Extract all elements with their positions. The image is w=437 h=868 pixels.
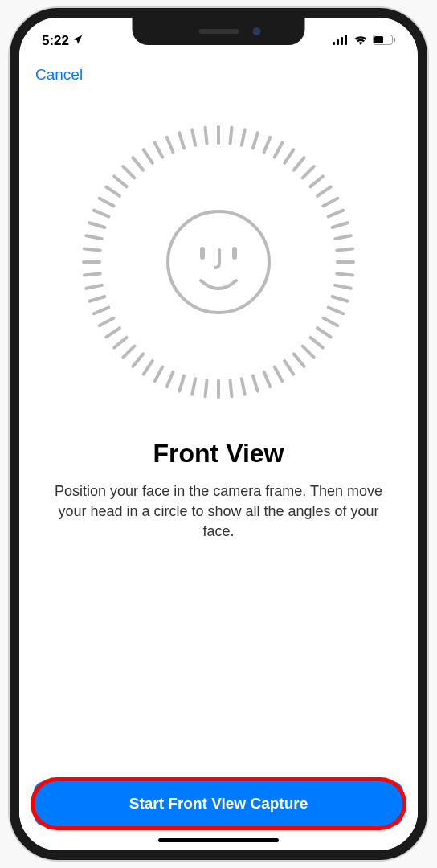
cellular-signal-icon (333, 33, 349, 49)
face-icon (166, 210, 271, 314)
start-capture-button[interactable]: Start Front View Capture (34, 781, 403, 826)
device-notch (133, 18, 305, 45)
svg-rect-6 (394, 38, 395, 42)
navigation-bar: Cancel (19, 56, 418, 93)
face-smile-icon (196, 277, 241, 293)
svg-rect-0 (333, 42, 335, 45)
instruction-description: Position your face in the camera frame. … (51, 481, 386, 542)
wifi-icon (353, 33, 368, 49)
location-services-icon (72, 33, 84, 49)
front-camera-dot (253, 27, 261, 35)
screen: 5:22 (19, 18, 418, 850)
face-nose-icon (213, 248, 224, 271)
page-title: Front View (51, 439, 386, 469)
status-bar-right (333, 33, 395, 49)
battery-icon (373, 33, 395, 49)
svg-rect-2 (341, 37, 343, 45)
status-bar-left: 5:22 (42, 33, 84, 49)
face-enrollment-area (19, 93, 418, 423)
face-eye-right-icon (232, 247, 237, 260)
svg-rect-5 (374, 36, 383, 43)
speaker-grille (198, 29, 239, 34)
home-indicator[interactable] (158, 838, 279, 842)
svg-rect-3 (345, 35, 347, 45)
status-time: 5:22 (42, 33, 69, 49)
phone-frame: 5:22 (10, 8, 427, 860)
cancel-button[interactable]: Cancel (35, 66, 83, 84)
face-progress-ring (82, 125, 355, 399)
instruction-text-block: Front View Position your face in the cam… (19, 423, 418, 559)
svg-rect-1 (337, 39, 339, 45)
face-eye-left-icon (200, 247, 205, 260)
